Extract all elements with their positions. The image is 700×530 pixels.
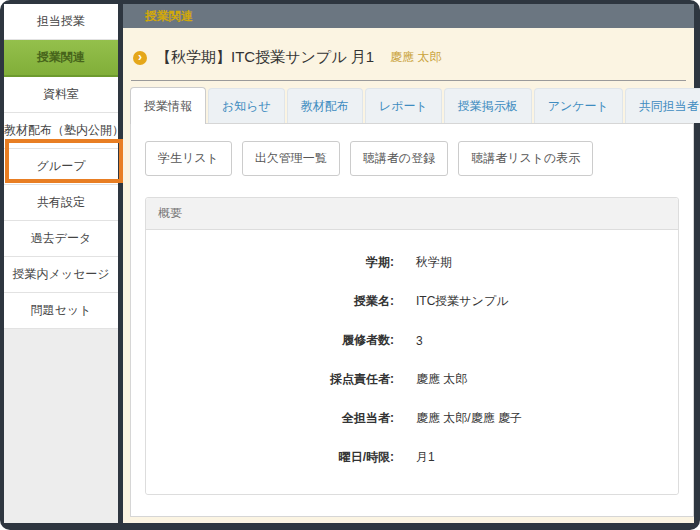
sidebar-item-class-messages[interactable]: 授業内メッセージ (4, 257, 118, 293)
overview-section-body: 学期: 秋学期 授業名: ITC授業サンプル 履修者数: 3 採点責任者: 慶應… (146, 230, 678, 494)
field-label: 授業名: (146, 293, 394, 310)
field-label: 全担当者: (146, 410, 394, 427)
field-value: 慶應 太郎 (416, 371, 467, 388)
field-value: 秋学期 (416, 254, 452, 271)
field-row-grading-lead: 採点責任者: 慶應 太郎 (146, 360, 678, 399)
tab-survey[interactable]: アンケート (534, 88, 623, 123)
field-row-class-name: 授業名: ITC授業サンプル (146, 282, 678, 321)
auditor-list-button[interactable]: 聴講者リストの表示 (458, 141, 593, 176)
chevron-right-icon: › (133, 51, 147, 65)
field-label: 履修者数: (146, 332, 394, 349)
sidebar-item-share-settings[interactable]: 共有設定 (4, 185, 118, 221)
tab-reports[interactable]: レポート (365, 88, 442, 123)
sidebar-item-group[interactable]: グループ (4, 149, 118, 185)
field-value: ITC授業サンプル (416, 293, 508, 310)
field-row-enrolled-count: 履修者数: 3 (146, 321, 678, 360)
main-area: 授業関連 › 【秋学期】ITC授業サンプル 月1 慶應 太郎 授業情報 お知らせ… (123, 4, 694, 523)
tab-bar: 授業情報 お知らせ 教材配布 レポート 授業掲示板 アンケート 共同担当者 / … (123, 87, 694, 123)
action-button-row: 学生リスト 出欠管理一覧 聴講者の登録 聴講者リストの表示 (145, 141, 679, 176)
field-row-day-period: 曜日/時限: 月1 (146, 438, 678, 477)
page-header: › 【秋学期】ITC授業サンプル 月1 慶應 太郎 (123, 28, 694, 77)
auditor-register-button[interactable]: 聴講者の登録 (350, 141, 448, 176)
field-value: 慶應 太郎/慶應 慶子 (416, 410, 522, 427)
overview-section: 概要 学期: 秋学期 授業名: ITC授業サンプル 履修者数: 3 (145, 197, 679, 495)
header-divider (131, 80, 686, 81)
student-list-button[interactable]: 学生リスト (145, 141, 232, 176)
field-value: 月1 (416, 449, 435, 466)
sidebar-item-question-sets[interactable]: 問題セット (4, 293, 118, 329)
tab-material-distribution[interactable]: 教材配布 (287, 88, 363, 123)
breadcrumb-bar: 授業関連 (123, 4, 694, 28)
attendance-management-button[interactable]: 出欠管理一覧 (242, 141, 340, 176)
breadcrumb: 授業関連 (145, 9, 193, 23)
tab-content-panel: 学生リスト 出欠管理一覧 聴講者の登録 聴講者リストの表示 概要 学期: 秋学期… (130, 123, 694, 517)
overview-section-header: 概要 (146, 198, 678, 230)
page-title: 【秋学期】ITC授業サンプル 月1 (156, 48, 374, 67)
field-label: 曜日/時限: (146, 449, 394, 466)
sidebar-item-assigned-classes[interactable]: 担当授業 (4, 4, 118, 40)
sidebar-item-past-data[interactable]: 過去データ (4, 221, 118, 257)
sidebar-item-materials-room[interactable]: 資料室 (4, 77, 118, 113)
tab-class-info[interactable]: 授業情報 (130, 87, 206, 124)
tab-announcements[interactable]: お知らせ (208, 88, 285, 123)
tab-co-instructors[interactable]: 共同担当者 / 授業補助者 (625, 88, 700, 123)
field-label: 学期: (146, 254, 394, 271)
field-row-semester: 学期: 秋学期 (146, 243, 678, 282)
instructor-name-link[interactable]: 慶應 太郎 (390, 49, 441, 66)
field-value: 3 (416, 334, 423, 348)
field-row-all-instructors: 全担当者: 慶應 太郎/慶應 慶子 (146, 399, 678, 438)
sidebar-item-class-related[interactable]: 授業関連 (4, 40, 118, 77)
sidebar-item-material-distribution[interactable]: 教材配布（塾内公開） (4, 113, 118, 149)
app-window: 担当授業 授業関連 資料室 教材配布（塾内公開） グループ 共有設定 過去データ… (0, 0, 700, 530)
field-label: 採点責任者: (146, 371, 394, 388)
sidebar: 担当授業 授業関連 資料室 教材配布（塾内公開） グループ 共有設定 過去データ… (4, 4, 118, 523)
tab-class-board[interactable]: 授業掲示板 (444, 88, 532, 123)
